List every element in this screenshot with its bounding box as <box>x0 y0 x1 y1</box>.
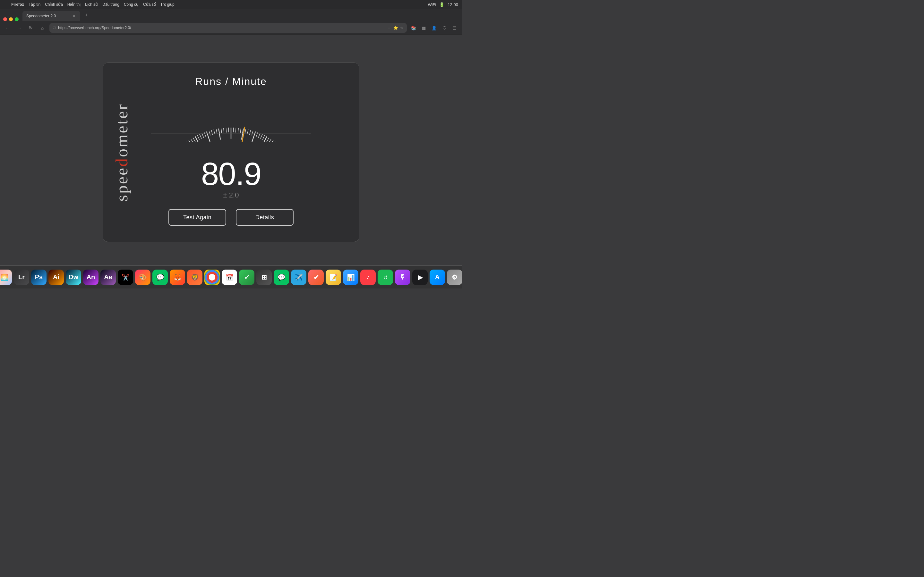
svg-line-28 <box>214 129 215 134</box>
dock-icon-animate[interactable]: An <box>83 269 99 285</box>
page-content: speedometer Runs / Minute .tick-white { … <box>0 35 462 269</box>
library-icon[interactable]: 📚 <box>409 24 418 32</box>
dock-icon-chrome[interactable]: ● <box>204 269 220 285</box>
dock-icon-capcut[interactable]: ✂️ <box>118 269 133 285</box>
dock-icon-lightroom[interactable]: Lr <box>14 269 29 285</box>
menubar-chinhedit[interactable]: Chỉnh sửa <box>45 2 63 7</box>
dock-icon-firefox[interactable]: 🦊 <box>170 269 185 285</box>
star-icon[interactable]: ☆ <box>400 26 404 30</box>
menubar-trogiup[interactable]: Trợ giúp <box>160 2 174 7</box>
svg-line-47 <box>258 133 260 138</box>
dock-icon-spotify[interactable]: ♬ <box>378 269 393 285</box>
svg-line-46 <box>256 132 258 137</box>
menubar-taptin[interactable]: Tập tin <box>29 2 40 7</box>
svg-line-32 <box>224 128 224 133</box>
menubar-congcu[interactable]: Công cụ <box>124 2 139 7</box>
dock-icon-photoshop[interactable]: Ps <box>31 269 47 285</box>
dock-icon-brave[interactable]: 🦁 <box>187 269 202 285</box>
dock-icon-music[interactable]: ♪ <box>360 269 376 285</box>
tab-title: Speedometer 2.0 <box>26 14 69 18</box>
tab-bar: Speedometer 2.0 ✕ + <box>0 9 462 21</box>
menubar-hienthi[interactable]: Hiển thị <box>67 2 81 7</box>
dock-icon-appletv[interactable]: ▶ <box>412 269 428 285</box>
forward-button[interactable]: → <box>15 23 24 32</box>
svg-line-27 <box>212 130 213 135</box>
menubar-lichsu[interactable]: Lịch sử <box>85 2 98 7</box>
dock-icon-wechat[interactable]: 💬 <box>152 269 168 285</box>
toolbar-right: 📚 ▦ 👤 🛡 ☰ <box>409 24 459 32</box>
dock-icon-podcast[interactable]: 🎙 <box>395 269 410 285</box>
new-tab-button[interactable]: + <box>81 11 91 19</box>
dock-icon-charts[interactable]: 📊 <box>343 269 359 285</box>
svg-line-44 <box>252 131 253 135</box>
shield-icon: 🛡 <box>53 26 56 30</box>
svg-line-20 <box>195 137 200 142</box>
back-button[interactable]: ← <box>3 23 12 32</box>
gauge-container: .tick-white { stroke: #ddd; stroke-width… <box>119 97 343 142</box>
clock-icon: 12:00 <box>447 2 458 7</box>
wifi-icon: WiFi <box>428 2 436 7</box>
svg-line-18 <box>191 139 194 142</box>
close-button[interactable] <box>3 17 7 21</box>
tab-close-button[interactable]: ✕ <box>71 13 76 19</box>
gauge-svg: .tick-white { stroke: #ddd; stroke-width… <box>119 97 343 142</box>
dock-icon-wechat2[interactable]: 💬 <box>274 269 289 285</box>
url-display: https://browserbench.org/Speedometer2.0/ <box>58 26 386 30</box>
svg-line-24 <box>204 132 206 137</box>
svg-line-23 <box>202 133 204 138</box>
svg-line-38 <box>238 128 238 133</box>
svg-line-43 <box>250 130 251 135</box>
card-title: Runs / Minute <box>195 76 267 87</box>
dock: 🔵✉️👤🌅LrPsAiDwAnAe✂️🎨💬🦊🦁●📅✓⊞💬✈️✔📝📊♪♬🎙▶A⚙P… <box>0 266 462 288</box>
dock-icon-sketchbook[interactable]: 🎨 <box>135 269 150 285</box>
test-again-button[interactable]: Test Again <box>168 209 226 226</box>
dock-icon-telegram[interactable]: ✈️ <box>291 269 306 285</box>
svg-line-21 <box>197 135 200 139</box>
dock-icon-illustrator[interactable]: Ai <box>48 269 64 285</box>
bookmark-icon[interactable]: ⭐ <box>393 26 398 30</box>
svg-line-31 <box>221 128 222 133</box>
svg-line-26 <box>209 131 210 135</box>
address-bar[interactable]: 🛡 https://browserbench.org/Speedometer2.… <box>49 23 407 33</box>
apple-menu-icon[interactable]:  <box>4 2 5 7</box>
menu-icon[interactable]: ☰ <box>451 24 459 32</box>
dock-icon-notes[interactable]: 📝 <box>326 269 341 285</box>
svg-line-54 <box>273 142 276 142</box>
svg-line-39 <box>240 128 241 133</box>
svg-line-30 <box>218 129 220 139</box>
svg-line-19 <box>193 137 195 142</box>
active-tab[interactable]: Speedometer 2.0 ✕ <box>23 11 80 21</box>
dock-icon-todo[interactable]: ✔ <box>309 269 324 285</box>
dock-icon-aftereffects[interactable]: Ae <box>100 269 116 285</box>
dock-icon-grid-app[interactable]: ⊞ <box>256 269 272 285</box>
svg-line-41 <box>245 129 246 134</box>
dock-icon-verde[interactable]: ✓ <box>239 269 254 285</box>
dock-icon-calendar[interactable]: 📅 <box>222 269 237 285</box>
battery-icon: 🔋 <box>439 2 444 7</box>
traffic-lights <box>3 17 19 21</box>
reload-button[interactable]: ↻ <box>26 23 35 32</box>
menubar-cuaso[interactable]: Cửa sổ <box>143 2 156 7</box>
sidebar-icon[interactable]: ▦ <box>420 24 428 32</box>
score-margin: ± 2.0 <box>223 191 239 199</box>
menubar-dautrang[interactable]: Dấu trang <box>102 2 120 7</box>
home-button[interactable]: ⌂ <box>38 23 47 32</box>
svg-line-42 <box>247 129 248 134</box>
minimize-button[interactable] <box>9 17 13 21</box>
more-icon[interactable]: ··· <box>388 26 391 30</box>
svg-line-49 <box>262 135 265 139</box>
profile-icon[interactable]: 👤 <box>430 24 438 32</box>
dock-icon-sysprefs[interactable]: ⚙ <box>447 269 462 285</box>
extension-icon[interactable]: 🛡 <box>440 24 449 32</box>
dock-icon-appstore[interactable]: A <box>430 269 445 285</box>
dock-icon-dreamweaver[interactable]: Dw <box>66 269 81 285</box>
menubar-firefox[interactable]: Firefox <box>11 2 24 7</box>
maximize-button[interactable] <box>15 17 19 21</box>
address-bar-row: ← → ↻ ⌂ 🛡 https://browserbench.org/Speed… <box>0 21 462 35</box>
menubar-right-icons: WiFi 🔋 12:00 <box>428 2 458 7</box>
svg-line-17 <box>189 140 191 142</box>
browser-chrome: Speedometer 2.0 ✕ + ← → ↻ ⌂ 🛡 https://br… <box>0 9 462 35</box>
dock-icon-photos[interactable]: 🌅 <box>0 269 12 285</box>
details-button[interactable]: Details <box>236 209 294 226</box>
speedometer-card: speedometer Runs / Minute .tick-white { … <box>103 63 359 242</box>
